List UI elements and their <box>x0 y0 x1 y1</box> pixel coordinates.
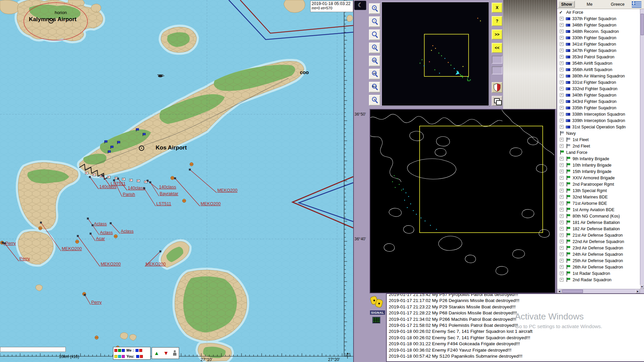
tree-item[interactable]: 356th Airlift Squadron <box>557 66 640 73</box>
expand-plus-icon[interactable] <box>560 170 564 173</box>
zoom-out-button[interactable]: − <box>369 16 380 27</box>
expand-plus-icon[interactable] <box>560 42 564 46</box>
zoom-fit-button[interactable]: ↘ <box>369 95 380 106</box>
expand-plus-icon[interactable] <box>560 246 564 250</box>
expand-plus-icon[interactable] <box>560 100 564 103</box>
column-me[interactable]: Me <box>587 2 592 7</box>
expand-plus-icon[interactable] <box>560 265 564 269</box>
expand-plus-icon[interactable] <box>560 80 564 84</box>
expand-plus-icon[interactable] <box>560 36 564 40</box>
tree-item[interactable]: 71st Airborne BDE <box>557 200 640 206</box>
expand-plus-icon[interactable] <box>560 61 564 65</box>
zoom-x4-button[interactable]: x4 <box>369 69 380 79</box>
expand-plus-icon[interactable] <box>560 49 564 52</box>
tree-item[interactable]: 353rd Patrol Squadron <box>557 54 640 60</box>
scroll-thumb[interactable] <box>641 14 644 35</box>
tree-item[interactable]: 331st Fighter Squadron <box>557 79 640 85</box>
expand-plus-icon[interactable] <box>560 176 564 180</box>
zoom-window-button[interactable] <box>369 29 380 40</box>
tree-horizontal-scrollbar[interactable] <box>557 289 640 293</box>
expand-plus-icon[interactable] <box>560 112 564 116</box>
tree-item[interactable]: 339th Interception Squadron <box>557 117 640 124</box>
tree-item[interactable]: 21st Air Defense Squadron <box>557 232 640 238</box>
expand-plus-icon[interactable] <box>560 259 564 262</box>
expand-plus-icon[interactable] <box>560 208 564 212</box>
expand-plus-icon[interactable] <box>560 214 564 218</box>
expand-plus-icon[interactable] <box>560 87 564 90</box>
tree-item[interactable]: 23rd Air Defense Squadron <box>557 245 640 251</box>
tree-item[interactable]: 380th Air Warning Squadron <box>557 73 640 79</box>
map-canvas[interactable]: 140classLST511140classParish140classBayr… <box>0 0 353 362</box>
zoom-2x-button[interactable]: 2 <box>369 43 380 53</box>
expand-plus-icon[interactable] <box>560 278 564 282</box>
expand-plus-icon[interactable] <box>560 17 564 20</box>
show-button[interactable]: Show <box>558 1 575 8</box>
expand-plus-icon[interactable] <box>560 157 564 161</box>
tree-item[interactable]: 335th Fighter Suqadron <box>557 105 640 111</box>
tree-item[interactable]: 80th NG Command (Kos) <box>557 213 640 219</box>
tree-item[interactable]: 348th Reconn. Squadron <box>557 28 640 35</box>
tree-item[interactable]: 15th Infantry Brigade <box>557 168 640 175</box>
expand-plus-icon[interactable] <box>560 55 564 59</box>
tree-item[interactable]: 10th Infantry Brigade <box>557 162 640 168</box>
map-panel[interactable]: 140classLST511140classParish140classBayr… <box>0 0 354 362</box>
tree-item[interactable]: 1st Radar Squadron <box>557 270 640 277</box>
expand-plus-icon[interactable] <box>560 195 564 199</box>
fast-forward-button[interactable]: >> <box>492 29 502 40</box>
radar-viewport[interactable] <box>420 126 543 233</box>
window-layout-button[interactable] <box>492 96 502 106</box>
tree-item[interactable]: 330th Fighter Squadron <box>557 35 640 41</box>
expand-plus-icon[interactable] <box>560 201 564 205</box>
tree-group-navy[interactable]: Navy <box>557 130 640 136</box>
expand-plus-icon[interactable] <box>560 240 564 243</box>
help-button[interactable]: ? <box>492 16 502 26</box>
tree-item[interactable]: 22nd Air Defense Squadron <box>557 238 640 245</box>
signal-grid-icon[interactable] <box>372 317 380 323</box>
tree-item[interactable]: 31st Special Operation Sqdn <box>557 124 640 130</box>
expand-plus-icon[interactable] <box>560 163 564 167</box>
close-button[interactable]: X <box>492 3 502 13</box>
expand-plus-icon[interactable] <box>560 182 564 186</box>
tree-item[interactable]: 25th Air Defense Squadron <box>557 257 640 264</box>
expand-plus-icon[interactable] <box>560 227 564 231</box>
radar-panel[interactable] <box>370 109 555 293</box>
tree-group-land[interactable]: Land Force <box>557 149 640 156</box>
expand-plus-icon[interactable] <box>560 29 564 33</box>
expand-plus-icon[interactable] <box>560 272 564 275</box>
tree-item[interactable]: 2nd Radar Squadron <box>557 277 640 283</box>
event-log-panel[interactable]: 2019-01-17 21:15:42 My P57 Pyropolitis P… <box>386 293 644 362</box>
minimap-panel[interactable] <box>381 1 490 107</box>
tree-item[interactable]: 354th Airlift Squadron <box>557 60 640 66</box>
expand-plus-icon[interactable] <box>560 138 564 141</box>
tree-item[interactable]: 347th Fighter Squadron <box>557 47 640 54</box>
expand-plus-icon[interactable] <box>560 144 564 148</box>
zoom-x1-button[interactable]: x1 <box>369 56 380 66</box>
tree-item[interactable]: 1st Army Aviation BDE <box>557 206 640 213</box>
expand-plus-icon[interactable] <box>560 119 564 122</box>
expand-plus-icon[interactable] <box>560 106 564 110</box>
zoom-all-button[interactable]: ALL <box>369 82 380 93</box>
zoom-in-button[interactable]: + <box>369 3 380 14</box>
tree-item[interactable]: 181 Air Defense Battalion <box>557 219 640 226</box>
tree-item[interactable]: 340th Fighter Squadron <box>557 92 640 98</box>
night-mode-button[interactable]: ☾ <box>354 1 366 10</box>
tree-item[interactable]: 24th Air Defense Squadron <box>557 251 640 257</box>
expand-plus-icon[interactable] <box>560 233 564 237</box>
tree-item[interactable]: 13th Special Rgmt <box>557 187 640 194</box>
tree-item[interactable]: 338th Interception Squadron <box>557 111 640 117</box>
minimap-viewport[interactable] <box>424 34 469 76</box>
expand-plus-icon[interactable] <box>560 189 564 192</box>
expand-plus-icon[interactable] <box>560 252 564 256</box>
minimap-canvas[interactable] <box>382 2 489 106</box>
rewind-button[interactable]: << <box>492 43 502 53</box>
expand-plus-icon[interactable] <box>560 93 564 97</box>
tree-item[interactable]: 1st Fleet <box>557 136 640 143</box>
tree-item[interactable]: 9th Infantry Brigade <box>557 156 640 162</box>
tree-item[interactable]: XXIV Armored Brigade <box>557 175 640 181</box>
tree-item[interactable]: 332nd Fighter Squadron <box>557 85 640 92</box>
tree-item[interactable]: 2nd Paratrooper Rgmt <box>557 181 640 187</box>
tree-item[interactable]: 2nd Fleet <box>557 143 640 149</box>
radar-canvas[interactable] <box>370 110 555 293</box>
tree-scroll-left-button[interactable] <box>557 289 561 293</box>
tree-vertical-scrollbar[interactable] <box>640 9 644 289</box>
